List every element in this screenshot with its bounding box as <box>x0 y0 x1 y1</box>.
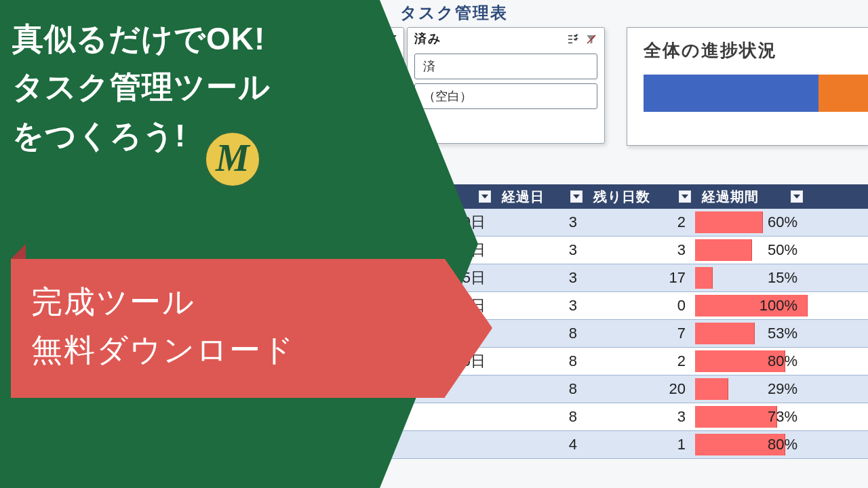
filter-dropdown-icon[interactable] <box>791 190 803 203</box>
cell-remaining-days: 7 <box>587 320 695 347</box>
cell-elapsed-days: 3 <box>495 209 587 236</box>
overall-progress-bar <box>644 75 868 112</box>
cell-remaining-days: 3 <box>587 237 695 264</box>
cell-remaining-days: 17 <box>587 264 695 291</box>
ribbon-body: 完成ツール 無料ダウンロード <box>11 259 445 398</box>
databar <box>695 406 777 428</box>
cell-elapsed-days: 8 <box>495 403 587 430</box>
cell-progress: 60% <box>695 209 807 236</box>
ribbon-line-1: 完成ツール <box>31 278 445 326</box>
databar <box>695 267 713 289</box>
progress-title: 全体の進捗状況 <box>644 39 868 62</box>
ribbon-fold <box>11 244 26 259</box>
cell-remaining-days: 2 <box>587 348 695 375</box>
cell-elapsed-days: 8 <box>495 375 587 403</box>
multi-select-icon[interactable] <box>566 33 578 44</box>
cell-progress: 73% <box>695 403 807 430</box>
databar <box>695 323 755 344</box>
filter-dropdown-icon[interactable] <box>479 190 491 203</box>
cell-progress: 29% <box>695 375 807 403</box>
cell-elapsed-days: 8 <box>495 320 587 347</box>
cell-remaining-days: 3 <box>587 403 695 430</box>
progress-panel: 全体の進捗状況 <box>627 27 868 146</box>
cell-progress: 80% <box>695 431 807 458</box>
ribbon-line-2: 無料ダウンロード <box>31 326 445 374</box>
progress-remaining-segment <box>818 75 868 112</box>
cell-progress: 100% <box>695 292 807 319</box>
cell-elapsed-days: 3 <box>495 264 587 291</box>
cell-progress: 50% <box>695 237 807 264</box>
ribbon-arrow-icon <box>445 259 492 397</box>
cell-remaining-days: 1 <box>587 431 695 458</box>
cell-progress: 53% <box>695 320 807 347</box>
cell-elapsed-days: 4 <box>495 431 587 458</box>
clear-filter-icon[interactable] <box>585 33 597 44</box>
cell-progress: 80% <box>695 348 807 375</box>
logo-badge-icon: M <box>203 130 262 188</box>
download-ribbon: 完成ツール 無料ダウンロード <box>11 244 445 400</box>
cell-elapsed-days: 3 <box>495 237 587 264</box>
databar <box>695 211 763 233</box>
col-label: 経過期間 <box>702 188 759 206</box>
col-label: 残り日数 <box>593 188 650 206</box>
cell-elapsed-days: 3 <box>495 292 587 319</box>
filter-dropdown-icon[interactable] <box>570 190 583 203</box>
filter-dropdown-icon[interactable] <box>679 190 691 203</box>
cell-progress: 15% <box>695 264 807 291</box>
logo-letter: M <box>216 136 250 180</box>
databar <box>695 239 752 261</box>
col-label: 経過日 <box>502 188 545 206</box>
progress-complete-segment <box>644 75 818 112</box>
databar <box>695 378 728 400</box>
cell-elapsed-days: 8 <box>495 348 587 375</box>
column-remaining-days[interactable]: 残り日数 <box>587 184 695 209</box>
cell-remaining-days: 0 <box>587 292 695 319</box>
cell-remaining-days: 2 <box>587 209 695 236</box>
column-progress[interactable]: 経過期間 <box>695 184 807 209</box>
cell-remaining-days: 20 <box>587 375 695 403</box>
column-elapsed-days[interactable]: 経過日 <box>495 184 587 209</box>
